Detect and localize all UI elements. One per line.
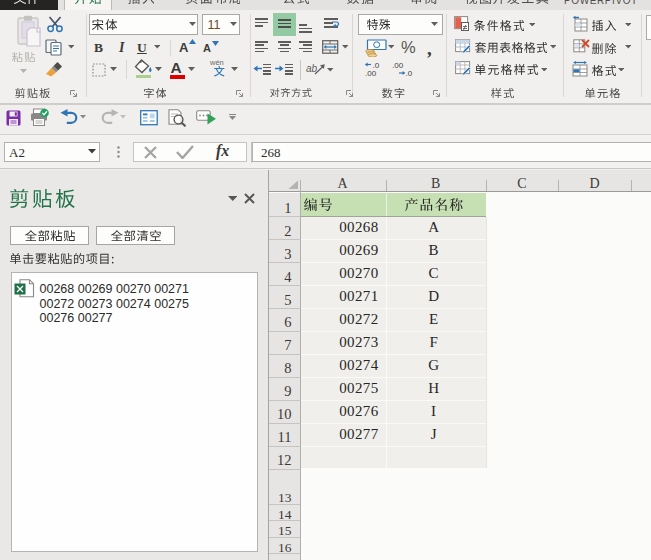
svg-text:.00: .00 <box>392 61 404 70</box>
svg-text:.0: .0 <box>406 69 413 77</box>
svg-text:.00: .00 <box>365 69 377 77</box>
